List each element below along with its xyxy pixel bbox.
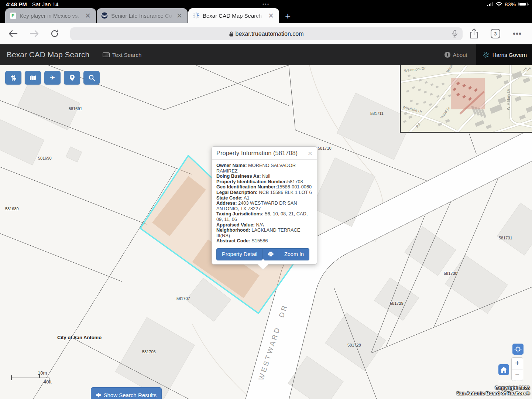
layers-filter-button[interactable] [5, 71, 21, 85]
status-bar: 4:48 PM Sat Jan 14 ••• 83% [0, 0, 532, 8]
sliders-icon [10, 75, 17, 81]
ipad-screen: 4:48 PM Sat Jan 14 ••• 83% FKey player i… [0, 0, 532, 399]
popup-field: Neighborhood: LACKLAND TERRACE III(NS) [216, 228, 312, 238]
tab-title: Senior Life Insurance Co [111, 13, 176, 19]
property-info-popup: Property Information (581708) × Owner Na… [212, 146, 317, 265]
flipboard-icon: F [10, 13, 16, 19]
browser-tab-1[interactable]: FKey player in Mexico vs. ✕ [5, 8, 96, 23]
map-toolbar: ✈ [5, 71, 100, 85]
popup-fields: Owner Name: MORENO SALVADOR RAMIREZDoing… [212, 160, 317, 245]
map-icon [30, 75, 36, 81]
map-canvas[interactable]: 5816915816905816895817075817065817115817… [0, 65, 532, 399]
popup-field: Owner Name: MORENO SALVADOR RAMIREZ [216, 163, 312, 174]
scale-bar: 10m 40ft [11, 372, 52, 383]
about-label: About [453, 52, 467, 58]
parcel-id-label: 581728 [347, 343, 361, 347]
map-search-button[interactable] [83, 71, 100, 85]
site-title: Bexar CAD Map Search [7, 50, 89, 59]
parcel-id-label: 581729 [390, 301, 404, 306]
wifi-icon [496, 2, 502, 7]
map-marker-icon [70, 75, 75, 81]
lock-icon [229, 31, 233, 37]
parcel-id-label: 581691 [69, 106, 82, 111]
location-marker-button[interactable] [64, 71, 80, 85]
minimap-extent-box [451, 78, 485, 109]
city-boundary-label: City of San Antonio [57, 335, 102, 340]
about-link[interactable]: About [436, 44, 476, 65]
popup-field: Appraised Value: N/A [216, 222, 312, 228]
zoom-controls: + − [511, 357, 523, 381]
minimap-expand-icon[interactable]: ↗↗ [523, 66, 531, 72]
tab-close-icon[interactable]: ✕ [84, 12, 92, 19]
parcel-id-label: 581730 [444, 271, 457, 276]
property-detail-button[interactable]: Property Detail [216, 248, 263, 260]
address-bar[interactable]: bexar.trueautomation.com [70, 27, 463, 40]
share-icon[interactable] [470, 28, 478, 39]
popup-field: Property Identification Number:581708 [216, 179, 312, 185]
printer-icon [268, 252, 274, 257]
popup-field: Doing Business As: Null [216, 174, 312, 179]
text-search-label: Text Search [112, 52, 141, 58]
parcel-id-label: 581707 [176, 296, 190, 301]
tab-count: 3 [494, 31, 497, 37]
cellular-signal-icon [487, 2, 493, 6]
print-button[interactable] [262, 248, 279, 260]
map-copyright: Copyright 2023 San Antonio Board of Real… [457, 385, 530, 396]
browser-tab-3[interactable]: Bexar CAD Map Search✕ [188, 8, 279, 23]
popup-title: Property Information (581708) [216, 150, 308, 157]
copyright-line2: San Antonio Board of Realtors® [457, 391, 530, 396]
reload-button[interactable] [50, 29, 59, 38]
browser-toolbar: bexar.trueautomation.com 3 ••• [0, 23, 532, 44]
overview-minimap[interactable]: Westmont DrWestoak DrWestlake DrW Milita… [400, 65, 532, 133]
plus-icon: ✚ [96, 392, 101, 399]
popup-field: Legal Description: NCB 15586 BLK 1 LOT 6 [216, 190, 312, 195]
parcel-id-label: 581690 [38, 156, 52, 160]
tab-overview-button[interactable]: 3 [491, 29, 500, 38]
airplane-icon: ✈ [50, 74, 55, 82]
mic-icon[interactable] [452, 30, 457, 38]
brand-link[interactable]: Harris Govern [476, 44, 532, 65]
locate-me-button[interactable] [512, 344, 524, 355]
home-icon [501, 367, 507, 373]
text-search-link[interactable]: Text Search [103, 52, 141, 58]
browser-tab-2[interactable]: Senior Life Insurance Co✕ [97, 8, 188, 23]
globe-waves-icon [101, 12, 108, 19]
popup-field: Geo Identification Number:15586-001-0060 [216, 184, 312, 190]
basemap-button[interactable] [25, 71, 41, 85]
zoom-in-button[interactable]: Zoom In [279, 248, 309, 260]
zoom-out-control[interactable]: − [512, 369, 523, 381]
popup-close-icon[interactable]: × [308, 150, 312, 157]
tab-title: Bexar CAD Map Search [203, 13, 267, 19]
home-extent-button[interactable] [498, 364, 509, 375]
minimap-street-label: W Military Dr [507, 89, 511, 110]
show-search-results-button[interactable]: ✚ Show Search Results [91, 387, 162, 399]
info-icon [445, 52, 450, 58]
battery-percent: 83% [505, 1, 516, 7]
back-button[interactable] [8, 30, 18, 38]
brand-label: Harris Govern [492, 52, 527, 58]
parcel-id-label: 581710 [318, 146, 332, 150]
new-tab-button[interactable]: + [285, 11, 291, 21]
parcel-id-label: 581689 [5, 207, 19, 211]
date: Sat Jan 14 [32, 1, 59, 7]
harris-govern-logo-icon [482, 51, 490, 58]
battery-icon [518, 2, 528, 6]
zoom-in-control[interactable]: + [512, 358, 523, 369]
tab-bar: FKey player in Mexico vs. ✕Senior Life I… [0, 8, 532, 23]
minimap-svg [401, 65, 532, 133]
show-search-results-label: Show Search Results [104, 392, 157, 398]
url-text: bexar.trueautomation.com [236, 31, 304, 37]
search-icon [89, 75, 95, 81]
popup-field: Taxing Jurisdictions: 56, 10, 08, 21, CA… [216, 211, 312, 222]
aerial-view-button[interactable]: ✈ [44, 71, 61, 85]
tab-title: Key player in Mexico vs. [20, 13, 84, 19]
popup-field: State Code: A1 [216, 195, 312, 201]
scale-imperial-label: 40ft [44, 379, 52, 385]
parcel-id-label: 581706 [142, 349, 156, 354]
more-menu-icon[interactable]: ••• [513, 30, 522, 38]
tab-close-icon[interactable]: ✕ [176, 12, 183, 19]
tab-close-icon[interactable]: ✕ [267, 12, 275, 19]
parcel-id-label: 581711 [370, 111, 384, 116]
forward-button[interactable] [30, 30, 39, 38]
keyboard-icon [103, 52, 110, 57]
